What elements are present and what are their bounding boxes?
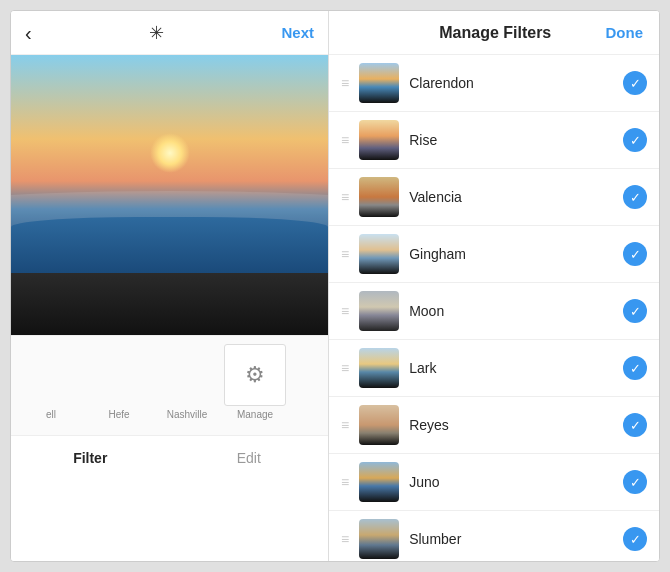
drag-handle-icon[interactable]: ≡	[341, 361, 349, 375]
filter-name: Slumber	[409, 531, 613, 547]
filters-list: ≡Clarendon✓≡Rise✓≡Valencia✓≡Gingham✓≡Moo…	[329, 55, 659, 561]
filter-label-nashville: Nashville	[167, 409, 208, 420]
app-container: ‹ ✳ Next ell Hefe Nashville	[10, 10, 660, 562]
sun-glow	[150, 133, 190, 173]
drag-handle-icon[interactable]: ≡	[341, 247, 349, 261]
filter-row[interactable]: ≡Juno✓	[329, 454, 659, 511]
filter-name: Clarendon	[409, 75, 613, 91]
tab-edit[interactable]: Edit	[170, 436, 329, 479]
filter-check-icon[interactable]: ✓	[623, 356, 647, 380]
filter-name: Gingham	[409, 246, 613, 262]
left-panel: ‹ ✳ Next ell Hefe Nashville	[11, 11, 329, 561]
gear-icon: ⚙	[245, 362, 265, 388]
drag-handle-icon[interactable]: ≡	[341, 304, 349, 318]
filter-row[interactable]: ≡Valencia✓	[329, 169, 659, 226]
filter-thumbnail	[359, 234, 399, 274]
filter-check-icon[interactable]: ✓	[623, 299, 647, 323]
filter-check-icon[interactable]: ✓	[623, 185, 647, 209]
filter-thumb-hefe	[88, 344, 150, 406]
filter-item-manage[interactable]: ⚙ Manage	[223, 344, 287, 420]
filter-row[interactable]: ≡Slumber✓	[329, 511, 659, 561]
filter-label-manage: Manage	[237, 409, 273, 420]
filter-check-icon[interactable]: ✓	[623, 527, 647, 551]
filter-manage-box: ⚙	[224, 344, 286, 406]
filter-name: Moon	[409, 303, 613, 319]
bottom-tabs: Filter Edit	[11, 435, 328, 479]
filter-row[interactable]: ≡Gingham✓	[329, 226, 659, 283]
filter-thumb-nashville	[156, 344, 218, 406]
filter-name: Rise	[409, 132, 613, 148]
filter-row[interactable]: ≡Rise✓	[329, 112, 659, 169]
wave-area	[11, 217, 328, 273]
back-button[interactable]: ‹	[25, 23, 32, 43]
drag-handle-icon[interactable]: ≡	[341, 76, 349, 90]
drag-handle-icon[interactable]: ≡	[341, 190, 349, 204]
filter-item-hefe[interactable]: Hefe	[87, 344, 151, 420]
filter-row[interactable]: ≡Reyes✓	[329, 397, 659, 454]
drag-handle-icon[interactable]: ≡	[341, 418, 349, 432]
filter-name: Reyes	[409, 417, 613, 433]
filter-thumbnail	[359, 519, 399, 559]
filter-check-icon[interactable]: ✓	[623, 413, 647, 437]
filter-name: Valencia	[409, 189, 613, 205]
filter-thumbnail	[359, 63, 399, 103]
filter-label-hefe: Hefe	[108, 409, 129, 420]
next-button[interactable]: Next	[281, 24, 314, 41]
sun-icon: ✳	[149, 22, 164, 44]
filter-row[interactable]: ≡Clarendon✓	[329, 55, 659, 112]
filter-label-ell: ell	[46, 409, 56, 420]
beach-sand	[11, 273, 328, 335]
drag-handle-icon[interactable]: ≡	[341, 532, 349, 546]
right-header: Manage Filters Done	[329, 11, 659, 55]
filter-check-icon[interactable]: ✓	[623, 470, 647, 494]
filter-thumbnail	[359, 291, 399, 331]
filter-thumbnail	[359, 462, 399, 502]
filters-bar: ell Hefe Nashville ⚙ Manage	[11, 335, 328, 435]
filter-thumbnail	[359, 120, 399, 160]
filter-thumb-ell	[20, 344, 82, 406]
filter-name: Lark	[409, 360, 613, 376]
filter-check-icon[interactable]: ✓	[623, 242, 647, 266]
drag-handle-icon[interactable]: ≡	[341, 133, 349, 147]
filter-check-icon[interactable]: ✓	[623, 128, 647, 152]
filter-row[interactable]: ≡Lark✓	[329, 340, 659, 397]
filter-thumbnail	[359, 348, 399, 388]
left-header: ‹ ✳ Next	[11, 11, 328, 55]
filter-check-icon[interactable]: ✓	[623, 71, 647, 95]
filter-row[interactable]: ≡Moon✓	[329, 283, 659, 340]
filter-item-ell[interactable]: ell	[19, 344, 83, 420]
right-panel: Manage Filters Done ≡Clarendon✓≡Rise✓≡Va…	[329, 11, 659, 561]
filter-item-nashville[interactable]: Nashville	[155, 344, 219, 420]
tab-filter[interactable]: Filter	[11, 436, 170, 479]
filter-name: Juno	[409, 474, 613, 490]
filter-thumbnail	[359, 177, 399, 217]
done-button[interactable]: Done	[606, 24, 644, 41]
drag-handle-icon[interactable]: ≡	[341, 475, 349, 489]
filter-thumbnail	[359, 405, 399, 445]
panel-title: Manage Filters	[385, 24, 606, 42]
main-photo	[11, 55, 328, 335]
